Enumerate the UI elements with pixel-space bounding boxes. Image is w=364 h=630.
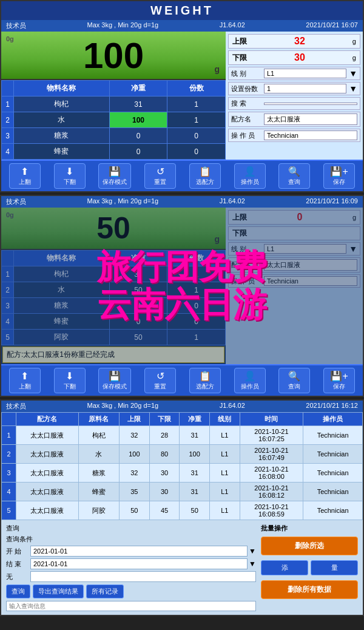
query-row: Technician xyxy=(303,426,363,445)
query-row: 50 xyxy=(120,501,150,520)
toolbar-btn-下翻[interactable]: ⬇下翻 xyxy=(54,163,86,189)
query-row: L1 xyxy=(210,445,240,464)
toolbar-btn-保存模式[interactable]: 💾保存模式 xyxy=(98,163,131,189)
qf-start-date[interactable]: ▼ xyxy=(30,546,256,557)
table-row: 3 xyxy=(2,128,14,144)
line-arrow-icon[interactable]: ▼ xyxy=(349,69,357,78)
toolbar-btn-操作员[interactable]: 👤操作员 xyxy=(234,368,266,393)
portions-label: 设置份数 xyxy=(231,84,261,93)
line-row: 线 别 L1 ▼ xyxy=(228,67,360,80)
toolbar-btn-重置[interactable]: ↺重置 xyxy=(144,163,176,189)
status-role-2: 技术员 xyxy=(6,197,26,206)
p2-upper-limit-row: 上限 0 g xyxy=(228,210,360,225)
add-button[interactable]: 添 xyxy=(261,560,308,575)
query-row: 太太口服液 xyxy=(16,501,79,520)
toolbar-2: ⬆上翻⬇下翻💾保存模式↺重置📋选配方👤操作员🔍查询💾+保存 xyxy=(1,364,363,396)
export-button[interactable]: 导出查询结果 xyxy=(33,584,84,598)
toolbar-btn-选配方[interactable]: 📋选配方 xyxy=(189,368,221,393)
table-row: 1 xyxy=(167,97,226,112)
toolbar-btn-保存模式[interactable]: 💾保存模式 xyxy=(98,368,131,393)
qth-material: 原料名 xyxy=(78,413,119,426)
table-row: 3 xyxy=(2,298,14,314)
end-date-input[interactable] xyxy=(30,558,248,569)
qf-end-date[interactable]: ▼ xyxy=(30,558,256,569)
toolbar-btn-操作员[interactable]: 👤操作员 xyxy=(234,163,266,189)
toolbar-1: ⬆上翻⬇下翻💾保存模式↺重置📋选配方👤操作员🔍查询💾+保存 xyxy=(1,160,363,191)
batch-label: 批量操作 xyxy=(261,524,358,533)
start-date-input[interactable] xyxy=(30,546,248,557)
toolbar-btn-选配方[interactable]: 📋选配方 xyxy=(189,163,221,189)
qf-no-input[interactable] xyxy=(30,571,256,582)
query-row: 30 xyxy=(149,483,180,501)
toolbar-btn-查询[interactable]: 🔍查询 xyxy=(278,368,310,393)
app-title: WEIGHT xyxy=(1,1,363,20)
delete-selected-button[interactable]: 删除所选 xyxy=(261,537,358,555)
panel2-left: 0g 50 g 物料名称 净重 份数 1 枸杞 31 1 xyxy=(1,208,226,364)
qth-formula: 配方名 xyxy=(16,413,79,426)
toolbar-icon-6: 🔍 xyxy=(288,370,300,382)
lower-limit-value: 30 xyxy=(294,52,305,63)
status-specs-1: Max 3kg , Min 20g d=1g xyxy=(87,21,158,30)
panel1-right: 上限 32 g 下限 30 g 线 别 L1 ▼ 设置份数 1 ▼ 搜 索 xyxy=(226,32,363,160)
toolbar-icon-2: 💾 xyxy=(109,370,121,382)
detail-button[interactable]: 量 xyxy=(311,560,358,575)
qf-end-row: 结 束 ▼ xyxy=(6,558,256,569)
weight-unit-2: g xyxy=(214,234,220,244)
query-row: 2021-10-21 16:08:00 xyxy=(240,464,303,483)
all-records-button[interactable]: 所有记录 xyxy=(86,584,124,598)
toolbar-btn-保存[interactable]: 💾+保存 xyxy=(323,163,355,189)
portions-value: 1 xyxy=(264,84,346,93)
table-row: 水 xyxy=(14,112,110,128)
delete-all-button[interactable]: 删除所有数据 xyxy=(261,580,358,599)
table-row: 0 xyxy=(109,144,167,160)
line-label: 线 别 xyxy=(231,69,261,78)
status-datetime-2: 2021/10/21 16:09 xyxy=(306,197,358,206)
formula-value: 太太口服液 xyxy=(264,113,357,125)
end-date-arrow[interactable]: ▼ xyxy=(249,560,256,568)
qth-time: 时间 xyxy=(240,413,303,426)
lower-limit-unit: g xyxy=(352,54,356,61)
upper-limit-label: 上限 xyxy=(232,36,247,47)
query-button[interactable]: 查询 xyxy=(6,584,30,598)
query-row: 30 xyxy=(149,464,180,483)
table-row: 2 xyxy=(2,282,14,298)
qth-upper: 上限 xyxy=(120,413,150,426)
table-row: 31 xyxy=(109,266,167,282)
qth-line: 线别 xyxy=(210,413,240,426)
status-role-3: 技术员 xyxy=(6,402,26,411)
query-footer: 查询 查询条件 开 始 ▼ 结 束 ▼ xyxy=(1,520,363,615)
table-row: 0 xyxy=(167,144,226,160)
query-row: L1 xyxy=(210,426,240,445)
qf-title: 查询 xyxy=(6,524,28,533)
status-version-3: J1.64.02 xyxy=(220,402,245,411)
query-row: 50 xyxy=(180,501,210,520)
query-row: 太太口服液 xyxy=(16,464,79,483)
table-row: 0 xyxy=(167,298,226,314)
query-note-input[interactable] xyxy=(6,601,256,611)
query-left: 查询 查询条件 开 始 ▼ 结 束 ▼ xyxy=(6,524,256,611)
query-row: 5 xyxy=(2,501,16,520)
operator-label: 操 作 员 xyxy=(231,131,261,140)
toolbar-icon-1: ⬇ xyxy=(66,166,73,177)
toolbar-btn-重置[interactable]: ↺重置 xyxy=(144,368,176,393)
qth-lower: 下限 xyxy=(149,413,180,426)
toolbar-btn-上翻[interactable]: ⬆上翻 xyxy=(9,368,41,393)
toolbar-btn-保存[interactable]: 💾+保存 xyxy=(323,368,355,393)
portions-arrow-icon[interactable]: ▼ xyxy=(349,84,357,93)
qf-conditions-label: 查询条件 xyxy=(6,535,33,544)
table-row: 糖浆 xyxy=(14,128,110,144)
table-row: 0 xyxy=(109,298,167,314)
p2-line-arrow[interactable]: ▼ xyxy=(349,244,357,254)
table-row: 100 xyxy=(109,112,167,128)
toolbar-btn-查询[interactable]: 🔍查询 xyxy=(278,163,310,189)
query-row: 太太口服液 xyxy=(16,445,79,464)
qth-weight: 净重 xyxy=(180,413,210,426)
table-row: 蜂蜜 xyxy=(14,314,110,330)
toolbar-btn-上翻[interactable]: ⬆上翻 xyxy=(9,163,41,189)
start-date-arrow[interactable]: ▼ xyxy=(249,547,256,555)
toolbar-icon-3: ↺ xyxy=(157,370,164,382)
panel3-body: 配方名 原料名 上限 下限 净重 线别 时间 操作员 1 太太口服液 枸杞 32… xyxy=(1,412,363,615)
table-row: 5 xyxy=(2,330,14,345)
toolbar-btn-下翻[interactable]: ⬇下翻 xyxy=(54,368,86,393)
weight-zero: 0g xyxy=(6,35,14,42)
